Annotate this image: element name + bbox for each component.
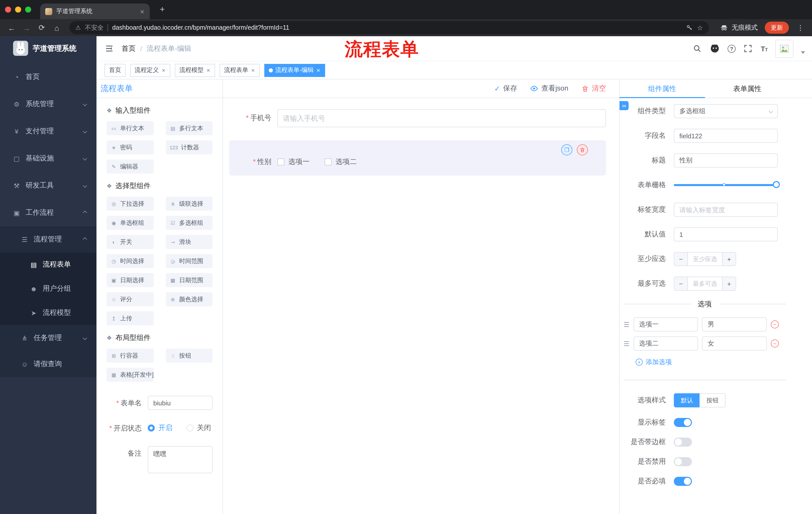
comp-select[interactable]: ◎ 下拉选择	[107, 197, 153, 211]
tag-process-definition[interactable]: 流程定义 ×	[130, 64, 170, 77]
sidebar-item-task-management[interactable]: ⋔ 任务管理	[0, 325, 96, 351]
max-select-input[interactable]	[688, 277, 722, 290]
back-icon[interactable]: ←	[5, 23, 18, 32]
save-button[interactable]: ✓ 保存	[494, 84, 517, 93]
comp-checkbox-group[interactable]: ☑ 多选框组	[166, 216, 212, 230]
comp-slider[interactable]: ⊸ 滑块	[166, 235, 212, 249]
show-label-toggle[interactable]	[674, 418, 692, 427]
gender-option-1-checkbox[interactable]: 选项一	[278, 157, 310, 166]
help-icon[interactable]: ?	[728, 45, 736, 53]
sidebar-item-system[interactable]: ⚙ 系统管理	[0, 90, 96, 118]
clear-button[interactable]: 清空	[581, 84, 606, 93]
comp-time-picker[interactable]: ◷ 时间选择	[107, 254, 153, 268]
option-2-label-input[interactable]	[633, 336, 698, 351]
close-icon[interactable]: ×	[206, 66, 210, 74]
slider-handle[interactable]	[773, 181, 780, 188]
update-button[interactable]: 更新	[765, 22, 789, 34]
gender-field-selected[interactable]: ❐ *性别	[229, 140, 606, 175]
delete-icon[interactable]	[577, 144, 588, 155]
sidebar-item-home[interactable]: ◔ 首页	[0, 63, 96, 90]
sidebar-item-user-group[interactable]: ☻ 用户分组	[0, 277, 96, 301]
comp-password[interactable]: ∗ 密码	[107, 140, 153, 154]
drag-handle-icon[interactable]: ☰	[624, 340, 629, 347]
remove-option-icon[interactable]: −	[771, 320, 779, 328]
avatar[interactable]	[775, 39, 793, 58]
gender-option-2-checkbox[interactable]: 选项二	[325, 157, 357, 166]
sidebar-item-payment[interactable]: ¥ 支付管理	[0, 118, 96, 145]
close-icon[interactable]: ×	[251, 66, 255, 74]
comp-row-container[interactable]: ⊞ 行容器	[107, 349, 153, 362]
remove-option-icon[interactable]: −	[771, 340, 779, 348]
min-select-input[interactable]	[688, 252, 722, 266]
close-icon[interactable]: ×	[316, 66, 321, 74]
grid-slider[interactable]	[674, 178, 778, 192]
style-button-button[interactable]: 按钮	[699, 393, 726, 407]
add-option-button[interactable]: + 添加选项	[636, 358, 790, 367]
comp-date-picker[interactable]: ▣ 日期选择	[107, 273, 153, 287]
sidebar-item-process-form[interactable]: ▤ 流程表单	[0, 252, 96, 277]
increase-button[interactable]: +	[722, 252, 736, 266]
status-off-radio[interactable]: 关闭	[186, 424, 211, 433]
option-2-value-input[interactable]	[702, 336, 767, 351]
phone-field[interactable]: *手机号	[229, 109, 606, 127]
view-json-button[interactable]: 查看json	[530, 84, 568, 93]
tab-component-props[interactable]: 组件属性	[619, 79, 705, 98]
comp-switch[interactable]: ◐ 开关	[107, 235, 153, 249]
app-logo[interactable]: 芋道管理系统	[0, 36, 96, 60]
url-input[interactable]: ⚠ 不安全 dashboard.yudao.iocoder.cn/bpm/man…	[69, 21, 709, 34]
hamburger-icon[interactable]	[100, 44, 118, 53]
comp-cascader[interactable]: ⋔ 级联选择	[166, 197, 212, 211]
font-size-icon[interactable]: TT	[761, 45, 768, 53]
title-input[interactable]	[674, 154, 778, 167]
label-width-input[interactable]	[674, 203, 778, 217]
sidebar-item-leave-query[interactable]: ☺ 请假查询	[0, 351, 96, 377]
decrease-button[interactable]: −	[674, 252, 688, 266]
field-name-input[interactable]	[674, 129, 778, 143]
forward-icon[interactable]: →	[20, 23, 33, 32]
sidebar-item-infrastructure[interactable]: ▢ 基础设施	[0, 145, 96, 172]
close-icon[interactable]: ×	[139, 7, 146, 15]
default-value-input[interactable]	[674, 227, 778, 241]
style-default-button[interactable]: 默认	[674, 393, 700, 407]
sidebar-item-process-management[interactable]: ☰ 流程管理	[0, 226, 96, 252]
comp-time-range[interactable]: ◶ 时间范围	[166, 254, 212, 268]
remark-textarea[interactable]: 嘿嘿	[148, 446, 212, 473]
comp-radio-group[interactable]: ◉ 单选框组	[107, 216, 153, 230]
comp-textarea[interactable]: ▤ 多行文本	[166, 121, 212, 135]
drag-handle-icon[interactable]: ☰	[624, 321, 629, 328]
comp-color-picker[interactable]: ⊛ 颜色选择	[166, 292, 212, 306]
comp-text-input[interactable]: ▭ 单行文本	[107, 121, 153, 135]
breadcrumb-home[interactable]: 首页	[122, 44, 136, 53]
browser-tab[interactable]: 芋道管理系统 ×	[40, 3, 150, 19]
tab-form-props[interactable]: 表单属性	[705, 79, 790, 98]
new-tab-button[interactable]: +	[157, 4, 168, 15]
comp-editor[interactable]: ✎ 编辑器	[107, 159, 153, 173]
increase-button[interactable]: +	[722, 277, 736, 290]
tag-process-form-edit[interactable]: 流程表单-编辑 ×	[264, 64, 325, 77]
status-on-radio[interactable]: 开启	[148, 424, 172, 433]
border-toggle[interactable]	[674, 437, 692, 447]
phone-input[interactable]	[278, 109, 606, 127]
star-icon[interactable]: ☆	[697, 24, 703, 31]
sidebar-item-process-model[interactable]: ➤ 流程模型	[0, 301, 96, 325]
search-icon[interactable]	[692, 44, 702, 54]
decrease-button[interactable]: −	[674, 277, 688, 290]
sidebar-item-dev-tools[interactable]: ⚒ 研发工具	[0, 172, 96, 199]
link-icon[interactable]: ∞	[619, 101, 629, 110]
close-icon[interactable]: ×	[161, 66, 166, 74]
comp-table[interactable]: ▦ 表格[开发中]	[107, 368, 153, 382]
maximize-window-button[interactable]	[25, 6, 31, 12]
component-type-select[interactable]: 多选框组	[674, 104, 778, 118]
minimize-window-button[interactable]	[15, 6, 21, 12]
required-toggle[interactable]	[674, 477, 692, 486]
option-1-label-input[interactable]	[633, 317, 698, 331]
tag-process-model[interactable]: 流程模型 ×	[175, 64, 215, 77]
form-name-input[interactable]	[148, 396, 212, 410]
browser-menu-icon[interactable]: ⋮	[794, 24, 807, 32]
drawing-board[interactable]: *手机号 ❐	[223, 98, 619, 514]
chevron-down-icon[interactable]	[801, 51, 805, 54]
tag-home[interactable]: 首页	[105, 64, 126, 77]
comp-upload[interactable]: ↥ 上传	[107, 311, 153, 325]
home-icon[interactable]: ⌂	[50, 23, 63, 32]
reload-icon[interactable]: ⟳	[35, 23, 48, 32]
